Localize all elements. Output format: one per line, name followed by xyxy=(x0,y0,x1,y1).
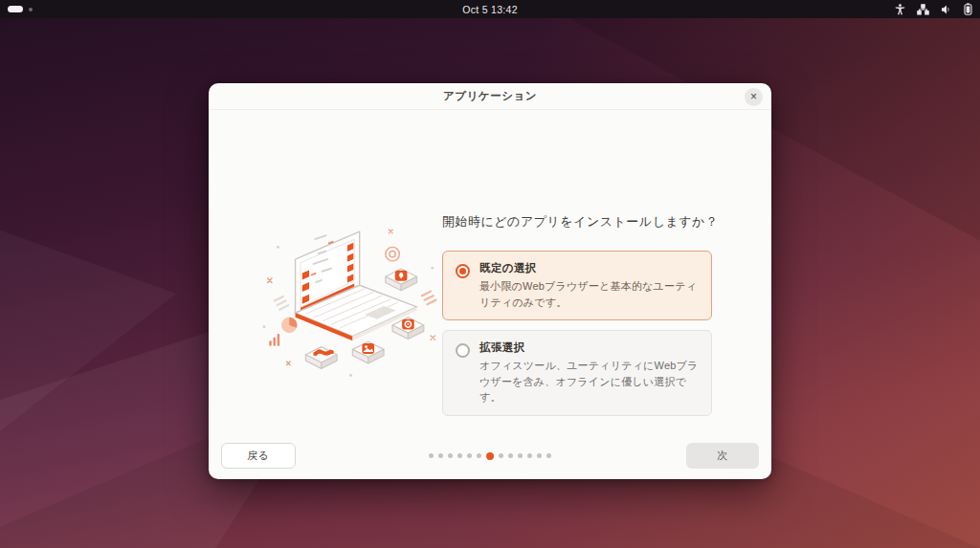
page-dot xyxy=(438,453,443,458)
option-description: 最小限のWebブラウザーと基本的なユーティリティのみです。 xyxy=(479,278,700,310)
battery-icon[interactable] xyxy=(964,3,972,15)
clock[interactable]: Oct 5 13:42 xyxy=(462,4,518,15)
page-dot xyxy=(546,453,551,458)
page-dot xyxy=(448,453,453,458)
close-icon: × xyxy=(750,90,757,103)
tile-location xyxy=(386,269,417,291)
option-text: 拡張選択 オフィスツール、ユーティリティにWebブラウザーを含み、オフラインに優… xyxy=(479,340,700,406)
back-button[interactable]: 戻る xyxy=(221,443,296,469)
hatch-left xyxy=(275,296,289,310)
dialog-title: アプリケーション xyxy=(443,89,537,103)
dialog-header: アプリケーション × xyxy=(209,83,771,110)
page-dot xyxy=(527,453,532,458)
apps-illustration xyxy=(258,223,445,381)
radio-unselected-icon[interactable] xyxy=(456,343,470,358)
page-dot xyxy=(457,453,462,458)
page-dot xyxy=(499,453,503,458)
volume-icon[interactable] xyxy=(941,4,952,15)
page-dots xyxy=(429,452,551,460)
page-dot xyxy=(537,453,542,458)
option-default-selection[interactable]: 既定の選択 最小限のWebブラウザーと基本的なユーティリティのみです。 xyxy=(442,251,712,320)
system-tray[interactable] xyxy=(895,3,972,15)
top-bar: Oct 5 13:42 xyxy=(0,0,980,18)
next-button[interactable]: 次 xyxy=(686,443,759,469)
tile-photo xyxy=(352,341,384,363)
sound-bars xyxy=(269,334,279,346)
page-dot xyxy=(477,453,481,458)
option-extended-selection[interactable]: 拡張選択 オフィスツール、ユーティリティにWebブラウザーを含み、オフラインに優… xyxy=(442,330,712,416)
page-heading: 開始時にどのアプリをインストールしますか？ xyxy=(442,213,712,230)
page-content: 開始時にどのアプリをインストールしますか？ 既定の選択 最小限のWebブラウザー… xyxy=(442,213,712,426)
workspace-dot xyxy=(29,8,33,11)
topbar-left xyxy=(8,6,33,12)
option-description: オフィスツール、ユーティリティにWebブラウザーを含み、オフラインに優しい選択で… xyxy=(479,358,700,406)
dialog-body: 開始時にどのアプリをインストールしますか？ 既定の選択 最小限のWebブラウザー… xyxy=(209,110,771,446)
page-dot-active xyxy=(486,452,494,460)
tile-camera xyxy=(392,318,424,340)
accessibility-icon[interactable] xyxy=(895,4,905,15)
option-title: 拡張選択 xyxy=(479,340,700,355)
page-dot xyxy=(429,453,434,458)
pie-chart xyxy=(281,318,297,333)
page-dot xyxy=(508,453,513,458)
installer-dialog: アプリケーション × xyxy=(209,83,771,479)
hatch-right xyxy=(422,292,436,305)
target-circles xyxy=(386,247,400,261)
dialog-footer: 戻る 次 xyxy=(209,432,771,479)
window-indicator-pill[interactable] xyxy=(8,6,23,12)
tile-media xyxy=(305,347,337,369)
option-title: 既定の選択 xyxy=(479,261,700,275)
option-text: 既定の選択 最小限のWebブラウザーと基本的なユーティリティのみです。 xyxy=(479,261,700,310)
close-button[interactable]: × xyxy=(745,88,763,106)
page-dot xyxy=(518,453,523,458)
network-icon[interactable] xyxy=(917,4,929,15)
page-dot xyxy=(467,453,472,458)
radio-selected-icon[interactable] xyxy=(456,264,470,278)
